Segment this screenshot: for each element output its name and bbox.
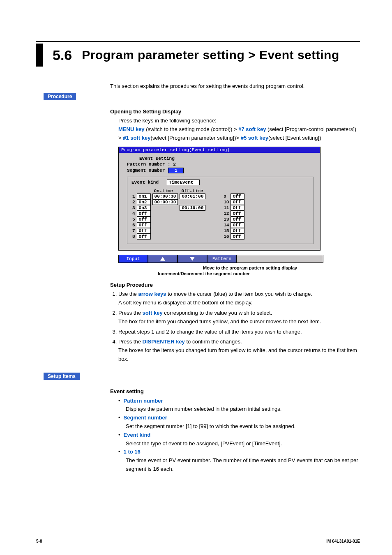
section-title: Program parameter setting > Event settin… (82, 48, 339, 62)
arrow-keys-ref: arrow keys (138, 291, 166, 297)
softkey-pattern[interactable]: Pattern (207, 255, 237, 263)
on-time-field[interactable]: 00:00:30 (152, 199, 178, 205)
state-field[interactable]: Off (231, 211, 244, 216)
section-number: 5.6 (53, 47, 72, 63)
list-item: Press the DISP/ENTER key to confirm the … (118, 338, 360, 363)
softkey-bar: Input Pattern (118, 255, 360, 263)
setup-procedure-heading: Setup Procedure (110, 281, 360, 290)
event-kind-field[interactable]: TimeEvent (167, 180, 200, 185)
disp-enter-key-ref: DISP/ENTER key (143, 339, 185, 345)
event-table-box: Event kind TimeEvent On-timeOff-time 1On… (127, 177, 314, 244)
table-row: 7Off (131, 228, 206, 234)
triangle-up-icon (160, 257, 165, 261)
event-setting-heading: Event setting (110, 387, 360, 396)
table-row: 6Off (131, 222, 206, 228)
state-field[interactable]: Off (137, 222, 151, 228)
page-number: 5-8 (36, 539, 42, 543)
table-row: 13Off (223, 216, 245, 222)
softkey-empty (237, 255, 323, 263)
page-footer: 5-8 IM 04L31A01-01E (36, 539, 360, 543)
opening-key-sequence: MENU key (switch to the setting mode (co… (118, 125, 360, 143)
segment-number-label: Segment number (127, 168, 165, 173)
item-segment-number-text: Set the segment number [1] to [99] to wh… (126, 422, 360, 431)
triangle-down-icon (190, 257, 195, 261)
state-field[interactable]: Off (231, 205, 244, 211)
table-row: 16Off (223, 234, 245, 240)
item-segment-number: Segment number (124, 414, 167, 422)
item-1-to-16: 1 to 16 (124, 448, 141, 456)
state-field[interactable]: Off (137, 211, 151, 216)
off-time-field[interactable]: 00:10:00 (180, 205, 205, 211)
event-setting-label: Event setting (139, 156, 314, 161)
setup-steps-list: Use the arrow keys to move the cursor (b… (118, 290, 360, 363)
opening-lead: Press the keys in the following sequence… (118, 117, 360, 125)
list-item: Use the arrow keys to move the cursor (b… (118, 290, 360, 307)
softkey-input[interactable]: Input (118, 255, 148, 263)
state-field[interactable]: Off (137, 228, 151, 234)
table-row: 11Off (223, 205, 245, 211)
state-field[interactable]: Off (231, 216, 244, 222)
state-field[interactable]: On3 (137, 205, 151, 211)
state-field[interactable]: Off (137, 234, 151, 240)
opening-heading: Opening the Setting Display (110, 108, 360, 116)
annotation-incdec: Increment/Decrement the segment number (158, 271, 250, 276)
state-field[interactable]: Off (231, 228, 244, 234)
off-time-field[interactable]: 00:01:00 (180, 193, 205, 199)
soft-key-ref: soft key (143, 310, 163, 316)
item-event-kind: Event kind (124, 431, 151, 440)
pattern-number-label: Pattern number : 2 (127, 162, 314, 167)
event-kind-label: Event kind (131, 180, 159, 185)
menu-key-ref: MENU key (118, 126, 145, 132)
svg-marker-0 (160, 257, 165, 261)
section-heading: 5.6 Program parameter setting > Event se… (36, 44, 360, 67)
state-field[interactable]: Off (231, 222, 244, 228)
table-row: 3On300:10:00 (131, 205, 206, 211)
table-row: 8Off (131, 234, 206, 240)
softkey5-ref: #5 soft key (241, 135, 268, 141)
item-pattern-number-text: Displays the pattern number selected in … (126, 405, 360, 414)
item-event-kind-text: Select the type of event to be assigned,… (126, 440, 360, 448)
table-row: 5Off (131, 216, 206, 222)
event-table-left: On-timeOff-time 1On100:00:3000:01:00 2On… (131, 189, 206, 240)
table-row: 2On200:00:30 (131, 199, 206, 205)
intro-text: This section explains the procedures for… (110, 82, 360, 90)
table-row: 15Off (223, 228, 245, 234)
softkey1-ref: #1 soft key (123, 135, 150, 141)
table-row: 12Off (223, 211, 245, 216)
screenshot-titlebar: Program parameter setting(Event setting) (119, 147, 320, 153)
item-pattern-number: Pattern number (124, 397, 163, 405)
table-row: 4Off (131, 211, 206, 216)
event-table-right: 9Off 10Off 11Off 12Off 13Off 14Off 15Off… (223, 189, 245, 240)
annotation-pattern: Move to the program pattern setting disp… (203, 265, 297, 270)
state-field[interactable]: Off (137, 216, 151, 222)
softkey-up[interactable] (148, 255, 178, 263)
list-item: Repeat steps 1 and 2 to change the value… (118, 328, 360, 336)
table-row: 1On100:00:3000:01:00 (131, 193, 206, 199)
doc-number: IM 04L31A01-01E (326, 539, 360, 543)
table-row: 14Off (223, 222, 245, 228)
state-field[interactable]: Off (231, 193, 244, 199)
on-time-field[interactable]: 00:00:30 (152, 193, 178, 199)
item-1-to-16-text: The time event or PV event number. The n… (126, 456, 360, 474)
state-field[interactable]: Off (231, 199, 244, 205)
softkey-down[interactable] (178, 255, 207, 263)
table-row: 10Off (223, 199, 245, 205)
procedure-tag: Procedure (44, 93, 76, 100)
device-screenshot: Program parameter setting(Event setting)… (118, 147, 321, 251)
setup-items-tag: Setup Items (44, 373, 80, 380)
state-field[interactable]: On2 (137, 199, 151, 205)
state-field[interactable]: Off (231, 234, 244, 240)
list-item: Press the soft key corresponding to the … (118, 309, 360, 326)
section-marker-bar (36, 44, 43, 67)
svg-marker-1 (190, 257, 195, 261)
segment-number-field[interactable]: 1 (168, 168, 184, 173)
softkey7-ref: #7 soft key (238, 126, 266, 132)
table-row: 9Off (223, 193, 245, 199)
state-field[interactable]: On1 (137, 193, 151, 199)
